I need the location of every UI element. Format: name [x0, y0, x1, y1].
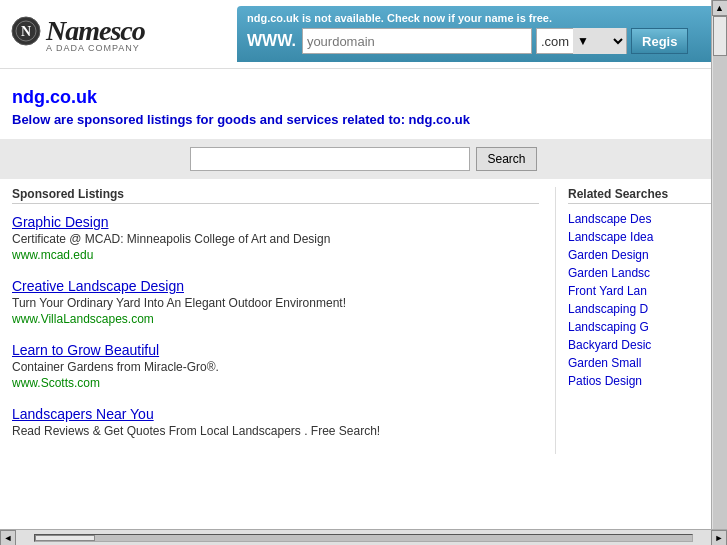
- tld-dropdown[interactable]: ▼ .net .org .co.uk: [573, 28, 626, 54]
- related-link-7[interactable]: Backyard Desic: [568, 338, 715, 352]
- domain-input-row: WWW. .com ▼ .net .org .co.uk Regis: [247, 28, 707, 54]
- related-link-4[interactable]: Front Yard Lan: [568, 284, 715, 298]
- related-link-2[interactable]: Garden Design: [568, 248, 715, 262]
- related-link-0[interactable]: Landscape Des: [568, 212, 715, 226]
- related-link-1[interactable]: Landscape Idea: [568, 230, 715, 244]
- domain-input[interactable]: [302, 28, 532, 54]
- listing-title-3[interactable]: Landscapers Near You: [12, 406, 539, 422]
- listing-item: Creative Landscape Design Turn Your Ordi…: [12, 278, 539, 326]
- main-content: Sponsored Listings Graphic Design Certif…: [0, 187, 727, 454]
- listing-item: Landscapers Near You Read Reviews & Get …: [12, 406, 539, 438]
- domain-notice: ndg.co.uk is not available. Check now if…: [247, 12, 707, 24]
- namesco-logo-icon: N: [10, 15, 42, 47]
- domain-notice-bold: your name: [458, 12, 514, 24]
- domain-notice-suffix: is free.: [514, 12, 553, 24]
- scroll-up-arrow[interactable]: ▲: [712, 0, 728, 16]
- listing-url-2: www.Scotts.com: [12, 376, 539, 390]
- page-subtitle: Below are sponsored listings for goods a…: [12, 112, 715, 127]
- vertical-scrollbar: ▲ ▼: [711, 0, 727, 454]
- logo-area: N Namesco A DADA COMPANY: [10, 15, 145, 53]
- listing-url-1: www.VillaLandscapes.com: [12, 312, 539, 326]
- listing-title-0[interactable]: Graphic Design: [12, 214, 539, 230]
- listing-title-1[interactable]: Creative Landscape Design: [12, 278, 539, 294]
- listing-desc-3: Read Reviews & Get Quotes From Local Lan…: [12, 424, 539, 438]
- listing-item: Graphic Design Certificate @ MCAD: Minne…: [12, 214, 539, 262]
- tld-select-wrap: .com ▼ .net .org .co.uk: [536, 28, 627, 54]
- vertical-scroll-thumb[interactable]: [713, 16, 727, 56]
- related-link-9[interactable]: Patios Design: [568, 374, 715, 388]
- www-label: WWW.: [247, 32, 296, 50]
- search-input[interactable]: [190, 147, 470, 171]
- search-button[interactable]: Search: [476, 147, 536, 171]
- listing-title-2[interactable]: Learn to Grow Beautiful: [12, 342, 539, 358]
- sponsored-header: Sponsored Listings: [12, 187, 539, 204]
- page-title-area: ndg.co.uk Below are sponsored listings f…: [0, 69, 727, 131]
- listing-desc-1: Turn Your Ordinary Yard Into An Elegant …: [12, 296, 539, 310]
- related-link-8[interactable]: Garden Small: [568, 356, 715, 370]
- vertical-scroll-track[interactable]: [713, 16, 727, 454]
- related-link-5[interactable]: Landscaping D: [568, 302, 715, 316]
- svg-text:N: N: [21, 24, 31, 39]
- domain-notice-text: ndg.co.uk is not available. Check now if: [247, 12, 458, 24]
- related-link-6[interactable]: Landscaping G: [568, 320, 715, 334]
- tld-label: .com: [537, 34, 573, 49]
- related-header: Related Searches: [568, 187, 715, 204]
- listing-item: Learn to Grow Beautiful Container Garden…: [12, 342, 539, 390]
- header: N Namesco A DADA COMPANY ndg.co.uk is no…: [0, 0, 727, 69]
- listing-desc-2: Container Gardens from Miracle-Gro®.: [12, 360, 539, 374]
- page-title: ndg.co.uk: [12, 79, 715, 108]
- listing-url-0: www.mcad.edu: [12, 248, 539, 262]
- listing-desc-0: Certificate @ MCAD: Minneapolis College …: [12, 232, 539, 246]
- logo-subtitle: A DADA COMPANY: [46, 43, 140, 53]
- domain-check-bar: ndg.co.uk is not available. Check now if…: [237, 6, 717, 62]
- related-link-3[interactable]: Garden Landsc: [568, 266, 715, 280]
- related-searches-column: Related Searches Landscape Des Landscape…: [555, 187, 715, 454]
- sponsored-column: Sponsored Listings Graphic Design Certif…: [12, 187, 555, 454]
- register-button[interactable]: Regis: [631, 28, 688, 54]
- search-bar: Search: [0, 139, 727, 179]
